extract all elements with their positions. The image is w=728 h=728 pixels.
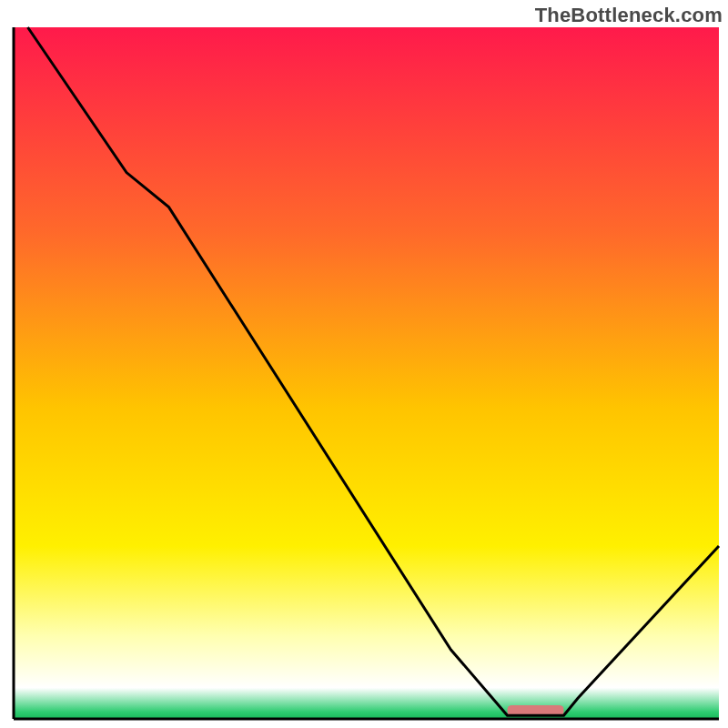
- chart-background: [14, 27, 719, 719]
- watermark-label: TheBottleneck.com: [535, 4, 723, 27]
- chart-svg: [0, 0, 728, 728]
- bottleneck-chart: TheBottleneck.com: [0, 0, 728, 728]
